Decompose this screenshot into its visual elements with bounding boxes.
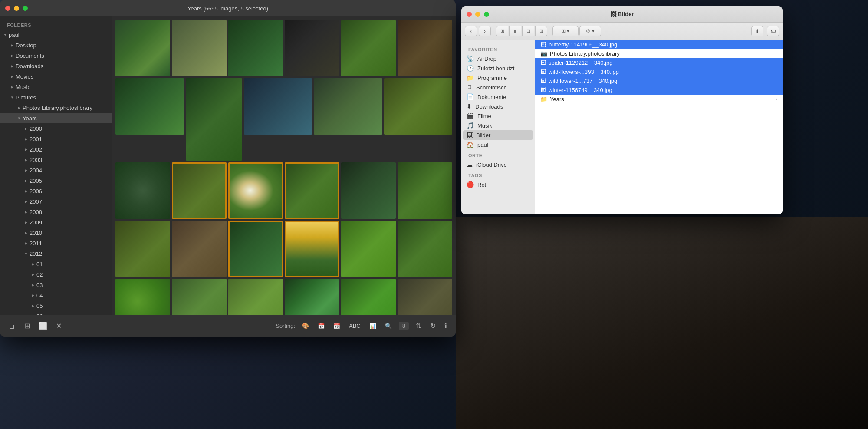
stepper-button[interactable]: ⇅: [414, 320, 423, 332]
finder-folder-years[interactable]: 📁 Years ›: [535, 95, 783, 104]
finder-file-winter[interactable]: 🖼 winter-1156749__340.jpg: [535, 86, 783, 95]
sidebar-item-movies[interactable]: Movies: [0, 71, 112, 82]
photo-cell[interactable]: [186, 78, 242, 161]
finder-list-view[interactable]: ≡: [509, 26, 521, 36]
finder-sidebar-paul[interactable]: 🏠 paul: [463, 140, 533, 149]
delete-button[interactable]: 🗑: [7, 320, 17, 332]
finder-sidebar-downloads[interactable]: ⬇ Downloads: [463, 102, 533, 111]
finder-sidebar-airdrop[interactable]: 📡 AirDrop: [463, 54, 533, 63]
photo-cell[interactable]: [285, 279, 339, 315]
finder-file-spider[interactable]: 🖼 spider-1129212__340.jpg: [535, 58, 783, 67]
photo-cell[interactable]: [244, 78, 312, 135]
photo-cell[interactable]: [285, 20, 339, 76]
sidebar-item-m06[interactable]: 06: [0, 311, 112, 315]
sidebar-item-2001[interactable]: 2001: [0, 134, 112, 144]
frame-button[interactable]: ⬜: [37, 320, 49, 332]
photo-cell-selected[interactable]: [285, 162, 339, 219]
sidebar-item-2010[interactable]: 2010: [0, 228, 112, 238]
sidebar-item-years[interactable]: Years: [0, 113, 112, 123]
finder-grid-btn[interactable]: ⊞ ▾: [552, 26, 579, 36]
sidebar-item-m05[interactable]: 05: [0, 300, 112, 311]
search-button[interactable]: 🔍: [383, 321, 394, 331]
photo-cell[interactable]: [228, 279, 283, 315]
photo-cell[interactable]: [115, 78, 184, 135]
finder-sidebar-icloud[interactable]: ☁ iCloud Drive: [463, 160, 533, 169]
photo-cell[interactable]: [341, 162, 396, 219]
photo-cell-selected[interactable]: [228, 221, 283, 277]
finder-tag-button[interactable]: 🏷: [767, 26, 779, 36]
sort-abc-button[interactable]: ABC: [347, 321, 362, 331]
sidebar-item-2003[interactable]: 2003: [0, 155, 112, 165]
sidebar-item-2008[interactable]: 2008: [0, 207, 112, 217]
sort-date-button[interactable]: 📅: [316, 321, 326, 331]
sidebar-item-m01[interactable]: 01: [0, 259, 112, 269]
finder-maximize-button[interactable]: [484, 12, 489, 17]
photo-cell[interactable]: [115, 162, 170, 219]
finder-file-photos-library[interactable]: 📷 Photos Library.photoslibrary: [535, 49, 783, 58]
sidebar-item-documents[interactable]: Documents: [0, 50, 112, 61]
sidebar-item-paul[interactable]: paul: [0, 30, 112, 40]
photo-cell[interactable]: [115, 221, 170, 277]
finder-column-view[interactable]: ⊟: [522, 26, 534, 36]
finder-share-button[interactable]: ⬆: [751, 26, 763, 36]
photo-cell[interactable]: [172, 221, 227, 277]
sidebar-item-2009[interactable]: 2009: [0, 217, 112, 228]
photo-cell[interactable]: [228, 20, 283, 76]
sidebar-item-2002[interactable]: 2002: [0, 144, 112, 155]
sidebar-item-2004[interactable]: 2004: [0, 165, 112, 175]
photo-cell[interactable]: [341, 279, 396, 315]
photo-cell[interactable]: [341, 221, 396, 277]
sidebar-item-2006[interactable]: 2006: [0, 186, 112, 196]
photo-grid[interactable]: [112, 16, 456, 315]
finder-sidebar-dokumente[interactable]: 📄 Dokumente: [463, 92, 533, 102]
sidebar-item-2007[interactable]: 2007: [0, 196, 112, 207]
finder-icon-view[interactable]: ⊞: [496, 26, 508, 36]
finder-sidebar-schreibtisch[interactable]: 🖥 Schreibtisch: [463, 82, 533, 92]
finder-sidebar-musik[interactable]: 🎵 Musik: [463, 121, 533, 130]
sidebar-item-downloads[interactable]: Downloads: [0, 61, 112, 71]
finder-sidebar-bilder[interactable]: 🖼 Bilder: [463, 130, 533, 140]
sidebar-item-m02[interactable]: 02: [0, 269, 112, 280]
close-x-button[interactable]: ✕: [54, 320, 63, 332]
photo-cell[interactable]: [398, 20, 452, 76]
finder-file-wildflower[interactable]: 🖼 wildflower-1...737__340.jpg: [535, 76, 783, 86]
sidebar-item-music[interactable]: Music: [0, 82, 112, 92]
sidebar-item-2000[interactable]: 2000: [0, 123, 112, 134]
minimize-button[interactable]: [14, 6, 19, 11]
maximize-button[interactable]: [23, 6, 28, 11]
sidebar-item-m03[interactable]: 03: [0, 280, 112, 290]
finder-settings-btn[interactable]: ⚙ ▾: [579, 26, 601, 36]
sidebar-item-2005[interactable]: 2005: [0, 175, 112, 186]
sidebar-item-m04[interactable]: 04: [0, 290, 112, 300]
sort-color-button[interactable]: 🎨: [300, 321, 311, 331]
photo-cell[interactable]: [115, 279, 170, 315]
photo-cell-selected[interactable]: [228, 162, 283, 219]
photo-cell[interactable]: [398, 279, 452, 315]
finder-sidebar-rot[interactable]: 🔴 Rot: [463, 180, 533, 189]
sidebar-item-pictures[interactable]: Pictures: [0, 92, 112, 102]
finder-cover-view[interactable]: ⊡: [535, 26, 547, 36]
sidebar-item-photos-library[interactable]: Photos Library.photoslibrary: [0, 102, 112, 113]
photo-cell[interactable]: [172, 279, 227, 315]
photo-cell-selected[interactable]: [172, 162, 227, 219]
finder-file-wildflowers[interactable]: 🖼 wild-flowers-...393__340.jpg: [535, 67, 783, 76]
photo-cell[interactable]: [341, 20, 396, 76]
photo-cell-selected[interactable]: [285, 221, 339, 277]
sidebar-item-2011[interactable]: 2011: [0, 238, 112, 248]
photo-cell[interactable]: [172, 20, 227, 76]
finder-close-button[interactable]: [467, 12, 472, 17]
sort-date2-button[interactable]: 📆: [332, 321, 342, 331]
close-button[interactable]: [5, 6, 10, 11]
photo-cell[interactable]: [314, 78, 382, 135]
finder-forward-button[interactable]: ›: [479, 26, 491, 36]
photo-cell[interactable]: [115, 20, 170, 76]
finder-minimize-button[interactable]: [475, 12, 480, 17]
sort-bar-button[interactable]: 📊: [368, 321, 378, 331]
refresh-button[interactable]: ↻: [428, 320, 437, 332]
finder-sidebar-filme[interactable]: 🎬 Filme: [463, 111, 533, 121]
sidebar-item-2012[interactable]: 2012: [0, 248, 112, 259]
finder-sidebar-recent[interactable]: 🕐 Zuletzt benutzt: [463, 63, 533, 73]
info-button[interactable]: ℹ: [443, 320, 449, 332]
sidebar-item-desktop[interactable]: Desktop: [0, 40, 112, 50]
photo-cell[interactable]: [398, 221, 452, 277]
